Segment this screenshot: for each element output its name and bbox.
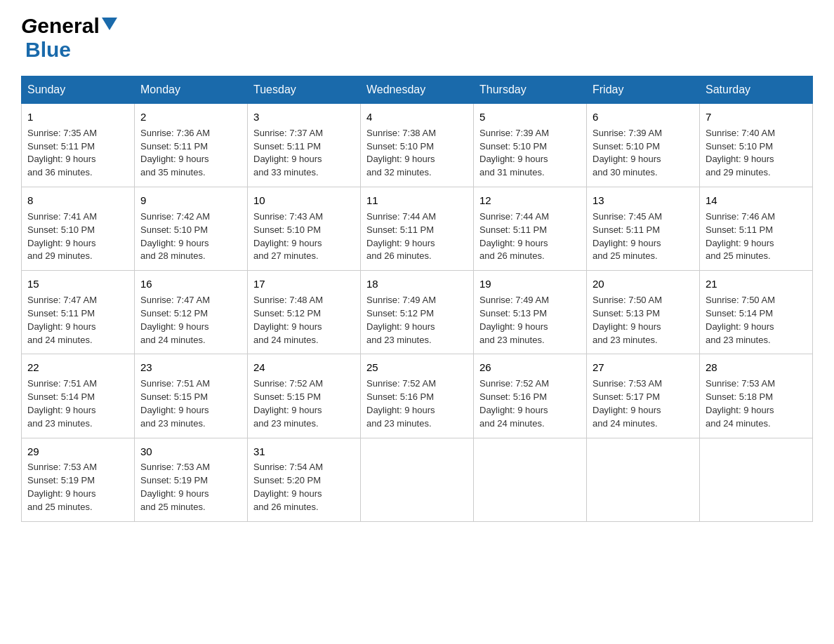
day-cell: 26Sunrise: 7:52 AMSunset: 5:16 PMDayligh… xyxy=(474,354,587,438)
day-cell: 17Sunrise: 7:48 AMSunset: 5:12 PMDayligh… xyxy=(248,271,361,354)
day-daylight: Daylight: 9 hours xyxy=(479,321,548,332)
day-number: 11 xyxy=(366,193,468,208)
day-daylight: Daylight: 9 hours xyxy=(140,405,209,415)
day-sunrise: Sunrise: 7:50 AM xyxy=(706,295,775,305)
day-sunrise: Sunrise: 7:35 AM xyxy=(27,128,97,138)
day-sunset: Sunset: 5:10 PM xyxy=(366,141,434,152)
day-daylight-cont: and 26 minutes. xyxy=(479,250,545,261)
week-row-1: 1Sunrise: 7:35 AMSunset: 5:11 PMDaylight… xyxy=(22,104,813,187)
day-sunset: Sunset: 5:10 PM xyxy=(27,224,95,235)
day-sunset: Sunset: 5:13 PM xyxy=(479,308,547,318)
day-daylight: Daylight: 9 hours xyxy=(27,238,96,248)
day-sunrise: Sunrise: 7:51 AM xyxy=(140,378,210,389)
day-number: 10 xyxy=(253,193,355,208)
day-cell: 24Sunrise: 7:52 AMSunset: 5:15 PMDayligh… xyxy=(248,354,361,438)
day-sunrise: Sunrise: 7:38 AM xyxy=(366,128,436,138)
day-daylight-cont: and 23 minutes. xyxy=(366,335,432,345)
logo-eneral: eneral xyxy=(37,14,99,38)
day-daylight-cont: and 26 minutes. xyxy=(253,502,319,512)
day-daylight: Daylight: 9 hours xyxy=(479,154,548,164)
day-cell: 10Sunrise: 7:43 AMSunset: 5:10 PMDayligh… xyxy=(248,187,361,271)
day-number: 25 xyxy=(366,360,468,375)
day-sunrise: Sunrise: 7:52 AM xyxy=(479,378,549,389)
day-sunrise: Sunrise: 7:47 AM xyxy=(27,295,97,305)
day-daylight-cont: and 23 minutes. xyxy=(706,335,771,345)
day-number: 8 xyxy=(27,193,128,208)
day-number: 20 xyxy=(593,276,694,292)
day-daylight: Daylight: 9 hours xyxy=(253,405,322,415)
day-sunset: Sunset: 5:11 PM xyxy=(366,224,434,235)
day-daylight-cont: and 29 minutes. xyxy=(706,167,771,177)
day-number: 13 xyxy=(593,193,694,208)
day-sunrise: Sunrise: 7:52 AM xyxy=(253,378,323,389)
day-cell: 8Sunrise: 7:41 AMSunset: 5:10 PMDaylight… xyxy=(22,187,135,271)
day-sunset: Sunset: 5:16 PM xyxy=(479,391,547,402)
day-daylight-cont: and 28 minutes. xyxy=(140,250,206,261)
day-daylight-cont: and 35 minutes. xyxy=(140,167,206,177)
day-daylight-cont: and 24 minutes. xyxy=(706,418,771,429)
day-daylight-cont: and 24 minutes. xyxy=(253,335,319,345)
day-cell xyxy=(587,438,700,521)
day-cell: 16Sunrise: 7:47 AMSunset: 5:12 PMDayligh… xyxy=(135,271,248,354)
day-sunrise: Sunrise: 7:44 AM xyxy=(479,211,549,222)
day-daylight: Daylight: 9 hours xyxy=(706,154,774,164)
day-daylight: Daylight: 9 hours xyxy=(27,488,96,499)
day-number: 15 xyxy=(27,276,128,292)
day-sunset: Sunset: 5:11 PM xyxy=(593,224,660,235)
day-sunset: Sunset: 5:12 PM xyxy=(140,308,208,318)
day-daylight: Daylight: 9 hours xyxy=(593,238,661,248)
day-sunrise: Sunrise: 7:53 AM xyxy=(593,378,662,389)
day-sunrise: Sunrise: 7:50 AM xyxy=(593,295,662,305)
col-header-friday: Friday xyxy=(587,76,700,104)
day-cell: 15Sunrise: 7:47 AMSunset: 5:11 PMDayligh… xyxy=(22,271,135,354)
col-header-tuesday: Tuesday xyxy=(248,76,361,104)
day-sunset: Sunset: 5:18 PM xyxy=(706,391,773,402)
day-daylight-cont: and 24 minutes. xyxy=(140,335,206,345)
day-cell: 9Sunrise: 7:42 AMSunset: 5:10 PMDaylight… xyxy=(135,187,248,271)
day-sunset: Sunset: 5:10 PM xyxy=(253,224,321,235)
day-daylight-cont: and 31 minutes. xyxy=(479,167,545,177)
logo-triangle-icon xyxy=(102,18,117,30)
day-number: 12 xyxy=(479,193,581,208)
day-daylight-cont: and 23 minutes. xyxy=(27,418,93,429)
day-number: 28 xyxy=(706,360,807,375)
day-daylight-cont: and 24 minutes. xyxy=(479,418,545,429)
day-cell: 1Sunrise: 7:35 AMSunset: 5:11 PMDaylight… xyxy=(22,104,135,187)
day-daylight: Daylight: 9 hours xyxy=(253,321,322,332)
day-daylight: Daylight: 9 hours xyxy=(27,405,96,415)
week-row-4: 22Sunrise: 7:51 AMSunset: 5:14 PMDayligh… xyxy=(22,354,813,438)
day-sunrise: Sunrise: 7:53 AM xyxy=(706,378,775,389)
day-sunset: Sunset: 5:10 PM xyxy=(479,141,547,152)
day-number: 23 xyxy=(140,360,241,375)
day-sunset: Sunset: 5:14 PM xyxy=(27,391,95,402)
day-sunset: Sunset: 5:12 PM xyxy=(253,308,321,318)
day-daylight-cont: and 23 minutes. xyxy=(479,335,545,345)
day-daylight-cont: and 25 minutes. xyxy=(140,502,206,512)
day-daylight: Daylight: 9 hours xyxy=(706,238,774,248)
day-number: 1 xyxy=(27,109,128,125)
day-cell: 12Sunrise: 7:44 AMSunset: 5:11 PMDayligh… xyxy=(474,187,587,271)
day-sunset: Sunset: 5:11 PM xyxy=(27,308,95,318)
day-daylight-cont: and 26 minutes. xyxy=(366,250,432,261)
day-sunset: Sunset: 5:11 PM xyxy=(27,141,95,152)
day-daylight-cont: and 23 minutes. xyxy=(253,418,319,429)
day-daylight: Daylight: 9 hours xyxy=(366,154,435,164)
day-number: 26 xyxy=(479,360,581,375)
day-sunrise: Sunrise: 7:45 AM xyxy=(593,211,662,222)
day-sunset: Sunset: 5:10 PM xyxy=(140,224,208,235)
day-sunset: Sunset: 5:14 PM xyxy=(706,308,773,318)
day-number: 2 xyxy=(140,109,241,125)
week-row-5: 29Sunrise: 7:53 AMSunset: 5:19 PMDayligh… xyxy=(22,438,813,521)
day-number: 6 xyxy=(593,109,694,125)
logo: G eneral Blue xyxy=(21,14,117,62)
day-sunrise: Sunrise: 7:49 AM xyxy=(366,295,436,305)
day-number: 29 xyxy=(27,444,128,459)
logo-blue-text: Blue xyxy=(25,38,71,61)
day-daylight-cont: and 24 minutes. xyxy=(27,335,93,345)
day-cell: 7Sunrise: 7:40 AMSunset: 5:10 PMDaylight… xyxy=(700,104,813,187)
day-number: 27 xyxy=(593,360,694,375)
day-daylight-cont: and 25 minutes. xyxy=(593,250,658,261)
day-sunrise: Sunrise: 7:39 AM xyxy=(479,128,549,138)
col-header-wednesday: Wednesday xyxy=(361,76,474,104)
day-daylight-cont: and 29 minutes. xyxy=(27,250,93,261)
